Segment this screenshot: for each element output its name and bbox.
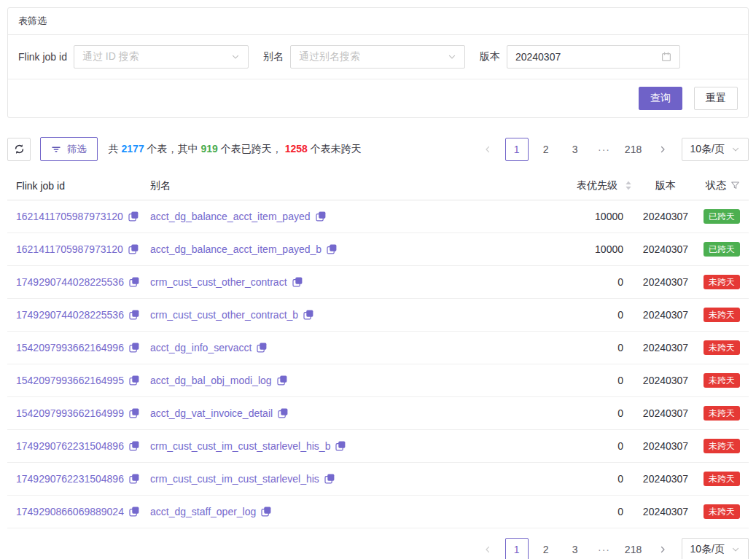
status-badge: 未跨天 xyxy=(704,275,740,289)
copy-icon[interactable] xyxy=(129,375,139,386)
chevron-down-icon xyxy=(731,545,740,554)
pagination-page-2[interactable]: 2 xyxy=(534,138,558,161)
page-size-value: 10条/页 xyxy=(690,143,725,156)
version-value: 20240307 xyxy=(634,506,698,517)
copy-icon[interactable] xyxy=(129,474,139,484)
filter-card-title: 表筛选 xyxy=(8,8,748,35)
pagination-next-button[interactable] xyxy=(651,538,674,559)
filter-funnel-icon[interactable] xyxy=(730,181,740,190)
copy-icon[interactable] xyxy=(278,408,288,418)
version-value: 20240307 xyxy=(634,276,698,288)
copy-icon[interactable] xyxy=(128,244,139,254)
pagination-prev-button[interactable] xyxy=(476,538,499,559)
sort-icon[interactable] xyxy=(625,181,632,190)
pagination-page-last[interactable]: 218 xyxy=(622,538,645,559)
page-size-select[interactable]: 10条/页 xyxy=(682,138,749,161)
reset-button[interactable]: 重置 xyxy=(694,87,738,110)
filter-card: 表筛选 Flink job id 通过 ID 搜索 别名 通过别名搜索 版本 2… xyxy=(7,7,749,118)
copy-icon[interactable] xyxy=(129,408,139,418)
table-row: 1542097993662164996 acct_dg_info_servacc… xyxy=(7,332,749,364)
copy-icon[interactable] xyxy=(129,441,139,451)
alias-link[interactable]: crm_cust_cust_im_cust_starlevel_his xyxy=(150,473,319,485)
table-row: 1749290762231504896 crm_cust_cust_im_cus… xyxy=(7,463,749,496)
table-count-summary: 共 2177 个表，其中 919 个表已跨天， 1258 个表未跨天 xyxy=(109,143,362,156)
alias-link[interactable]: acct_dg_bal_obj_modi_log xyxy=(150,375,272,386)
query-button[interactable]: 查询 xyxy=(639,87,682,110)
table-row: 1749290744028225536 crm_cust_cust_other_… xyxy=(7,299,749,332)
status-badge: 未跨天 xyxy=(704,406,740,421)
priority-value: 10000 xyxy=(542,243,634,255)
alias-link[interactable]: acct_dg_vat_invoice_detail xyxy=(150,407,273,419)
copy-icon[interactable] xyxy=(292,277,303,287)
not-crossed-count: 1258 xyxy=(285,143,308,155)
header-status: 状态 xyxy=(698,179,749,192)
copy-icon[interactable] xyxy=(129,507,139,517)
job-id-link[interactable]: 1749290762231504896 xyxy=(16,440,124,452)
copy-icon[interactable] xyxy=(327,244,337,254)
header-priority-sortable[interactable]: 表优先级 xyxy=(542,179,634,192)
status-badge: 未跨天 xyxy=(704,373,740,388)
status-badge: 未跨天 xyxy=(704,472,740,486)
pagination-prev-button[interactable] xyxy=(476,138,499,161)
pagination-page-1[interactable]: 1 xyxy=(505,138,529,161)
alias-link[interactable]: acct_dg_balance_acct_item_payed xyxy=(150,211,311,222)
copy-icon[interactable] xyxy=(128,211,139,222)
priority-value: 0 xyxy=(542,473,634,485)
job-id-link[interactable]: 1749290762231504896 xyxy=(16,473,124,485)
pagination-page-last[interactable]: 218 xyxy=(622,138,645,161)
pagination-ellipsis[interactable]: ··· xyxy=(593,538,616,559)
job-id-link[interactable]: 1621411705987973120 xyxy=(16,211,123,222)
job-id-link[interactable]: 1542097993662164999 xyxy=(16,407,124,419)
job-id-label: Flink job id xyxy=(18,51,67,63)
pagination-page-1[interactable]: 1 xyxy=(505,538,529,559)
copy-icon[interactable] xyxy=(261,507,271,517)
status-badge: 已跨天 xyxy=(704,209,740,224)
alias-select[interactable]: 通过别名搜索 xyxy=(290,45,465,69)
version-date-input[interactable]: 20240307 xyxy=(507,45,680,69)
job-id-link[interactable]: 1749290744028225536 xyxy=(16,309,124,321)
header-job-id: Flink job id xyxy=(7,180,150,192)
version-value: 20240307 xyxy=(634,342,698,353)
sync-icon xyxy=(14,144,25,155)
copy-icon[interactable] xyxy=(335,441,346,451)
filter-lines-icon xyxy=(51,144,61,155)
copy-icon[interactable] xyxy=(324,474,335,484)
copy-icon[interactable] xyxy=(257,343,267,353)
alias-link[interactable]: acct_dg_balance_acct_item_payed_b xyxy=(150,243,322,255)
job-id-link[interactable]: 1621411705987973120 xyxy=(16,243,123,255)
job-id-select[interactable]: 通过 ID 搜索 xyxy=(74,45,249,69)
page-size-select[interactable]: 10条/页 xyxy=(682,538,749,559)
copy-icon[interactable] xyxy=(129,343,139,353)
pagination-page-2[interactable]: 2 xyxy=(534,538,558,559)
alias-link[interactable]: acct_dg_staff_oper_log xyxy=(150,506,256,517)
job-id-link[interactable]: 1749290744028225536 xyxy=(16,276,124,288)
job-id-link[interactable]: 1542097993662164996 xyxy=(16,342,124,353)
version-value: 20240307 xyxy=(634,407,698,419)
chevron-down-icon xyxy=(231,52,240,61)
copy-icon[interactable] xyxy=(277,375,287,386)
pagination-page-3[interactable]: 3 xyxy=(564,138,587,161)
header-version: 版本 xyxy=(634,179,698,192)
alias-link[interactable]: acct_dg_info_servacct xyxy=(150,342,252,353)
copy-icon[interactable] xyxy=(316,211,326,222)
priority-value: 0 xyxy=(542,506,634,517)
priority-value: 0 xyxy=(542,375,634,386)
job-id-link[interactable]: 1542097993662164995 xyxy=(16,375,124,386)
status-badge: 未跨天 xyxy=(704,308,740,322)
alias-link[interactable]: crm_cust_cust_other_contract xyxy=(150,276,287,288)
alias-link[interactable]: crm_cust_cust_im_cust_starlevel_his_b xyxy=(150,440,330,452)
pagination-next-button[interactable] xyxy=(651,138,674,161)
status-badge: 未跨天 xyxy=(704,439,740,453)
alias-placeholder: 通过别名搜索 xyxy=(299,50,360,63)
copy-icon[interactable] xyxy=(129,310,139,320)
alias-link[interactable]: crm_cust_cust_other_contract_b xyxy=(150,309,298,321)
job-id-link[interactable]: 1749290866069889024 xyxy=(16,506,124,517)
pagination-ellipsis[interactable]: ··· xyxy=(593,138,616,161)
filter-button[interactable]: 筛选 xyxy=(40,137,98,161)
copy-icon[interactable] xyxy=(129,277,139,287)
refresh-button[interactable] xyxy=(7,138,31,161)
pagination-page-3[interactable]: 3 xyxy=(564,538,587,559)
filter-row: Flink job id 通过 ID 搜索 别名 通过别名搜索 版本 20240… xyxy=(8,35,748,79)
copy-icon[interactable] xyxy=(303,310,313,320)
table-row: 1749290762231504896 crm_cust_cust_im_cus… xyxy=(7,430,749,463)
